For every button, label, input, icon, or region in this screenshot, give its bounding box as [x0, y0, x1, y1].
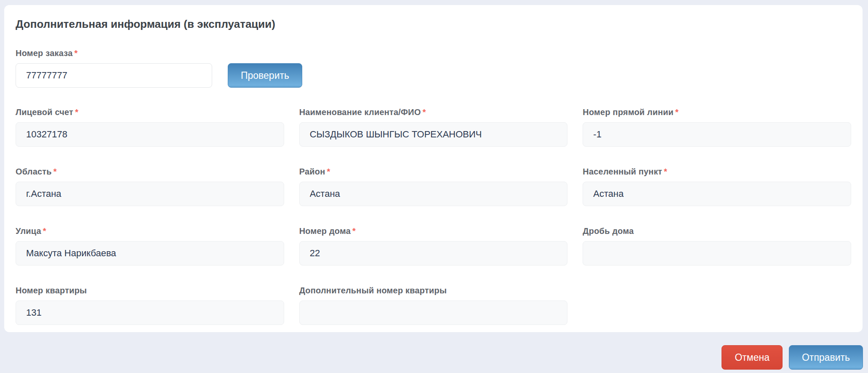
form-field: Район* — [299, 167, 568, 206]
field-input[interactable] — [16, 241, 284, 266]
form-field: Номер прямой линии* — [583, 107, 851, 147]
order-number-input[interactable] — [16, 63, 212, 88]
field-input[interactable] — [583, 182, 851, 206]
form-field: Номер квартиры — [16, 286, 284, 325]
form-field: Улица* — [16, 226, 284, 266]
field-label: Область* — [16, 167, 284, 177]
required-asterisk: * — [75, 107, 78, 117]
field-label: Номер дома* — [299, 226, 568, 236]
cancel-button[interactable]: Отмена — [722, 345, 783, 370]
order-number-row: Номер заказа* Проверить — [16, 48, 851, 88]
field-label: Улица* — [16, 226, 284, 236]
required-asterisk: * — [675, 107, 679, 117]
required-asterisk: * — [423, 107, 426, 117]
form-field: Лицевой счет* — [16, 107, 284, 147]
page-title: Дополнительная информация (в эксплуатаци… — [16, 18, 851, 31]
field-input[interactable] — [299, 241, 568, 266]
field-label: Дробь дома — [583, 226, 851, 236]
field-label: Наименование клиента/ФИО* — [299, 107, 568, 117]
field-label: Район* — [299, 167, 568, 177]
required-asterisk: * — [352, 226, 356, 236]
additional-info-card: Дополнительная информация (в эксплуатаци… — [4, 5, 863, 332]
required-asterisk: * — [664, 167, 667, 176]
required-asterisk: * — [74, 48, 77, 58]
form-field: Наименование клиента/ФИО* — [299, 107, 568, 147]
required-asterisk: * — [327, 167, 330, 176]
field-input[interactable] — [299, 301, 568, 325]
field-input[interactable] — [16, 122, 284, 147]
form-field: Дополнительный номер квартиры — [299, 286, 568, 325]
order-number-field: Номер заказа* — [16, 48, 212, 88]
fields-grid: Лицевой счет* Наименование клиента/ФИО* … — [16, 107, 851, 325]
field-input[interactable] — [583, 122, 851, 147]
field-input[interactable] — [16, 182, 284, 206]
submit-button[interactable]: Отправить — [789, 345, 863, 370]
form-field: Область* — [16, 167, 284, 206]
field-input[interactable] — [583, 241, 851, 266]
field-label: Населенный пункт* — [583, 167, 851, 177]
field-input[interactable] — [299, 122, 568, 147]
required-asterisk: * — [53, 167, 57, 176]
field-label: Номер прямой линии* — [583, 107, 851, 117]
form-field: Населенный пункт* — [583, 167, 851, 206]
form-field: Номер дома* — [299, 226, 568, 266]
field-label: Номер квартиры — [16, 286, 284, 295]
field-input[interactable] — [16, 301, 284, 325]
field-input[interactable] — [299, 182, 568, 206]
form-field: Дробь дома — [583, 226, 851, 266]
field-label: Дополнительный номер квартиры — [299, 286, 568, 295]
footer-actions: Отмена Отправить — [722, 345, 863, 370]
check-button[interactable]: Проверить — [228, 63, 302, 88]
field-label: Лицевой счет* — [16, 107, 284, 117]
required-asterisk: * — [43, 226, 46, 236]
order-number-label: Номер заказа* — [16, 48, 212, 58]
